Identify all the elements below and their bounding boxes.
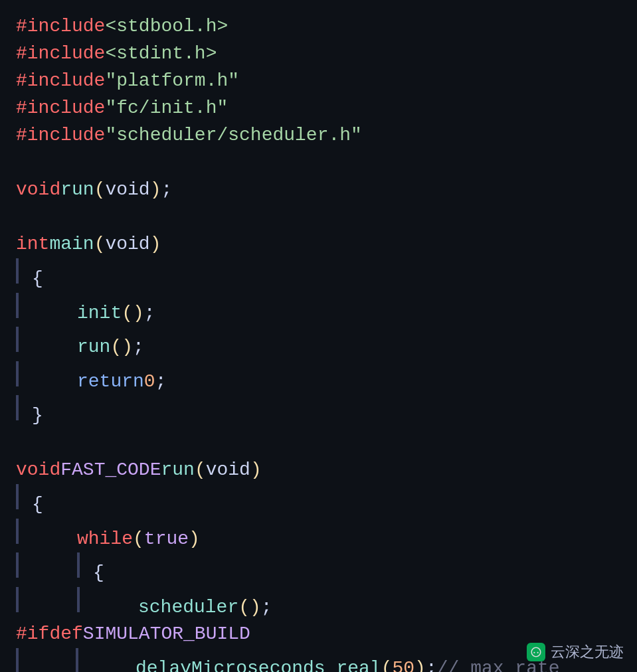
indent-bar-4	[16, 361, 19, 386]
indent-bar-8	[16, 552, 19, 578]
keyword-include-4: #include	[16, 95, 105, 122]
func-run-call: run	[77, 334, 110, 361]
indent-bar-6	[16, 484, 19, 509]
paren-delay-close: )	[414, 655, 426, 672]
code-line-10: {	[16, 258, 621, 293]
code-line-5: #include "scheduler/scheduler.h"	[16, 122, 621, 149]
code-line-3: #include "platform.h"	[16, 68, 621, 95]
brace-close-main: }	[32, 402, 43, 430]
code-line-14: }	[16, 395, 621, 430]
code-line-7: void run ( void ) ;	[16, 177, 621, 204]
indent-bar-3	[16, 327, 19, 352]
code-line-4: #include "fc/init.h"	[16, 95, 621, 122]
param-void-2: void	[105, 231, 149, 258]
paren-open-2: (	[94, 231, 106, 258]
code-line-12: run () ;	[16, 327, 621, 361]
semi-scheduler: ;	[261, 594, 272, 622]
code-line-13: return 0 ;	[16, 361, 621, 396]
keyword-int: int	[16, 231, 49, 258]
code-line-19: {	[16, 552, 621, 587]
indent-bar-inner-2	[77, 587, 80, 612]
func-scheduler: scheduler	[138, 594, 238, 622]
bool-true: true	[144, 526, 189, 553]
brace-open-while: {	[93, 560, 104, 587]
indent-bar-9	[16, 587, 19, 612]
indent-bar-5	[16, 395, 19, 420]
func-init: init	[77, 300, 122, 327]
indent-bar-7	[16, 519, 19, 544]
string-stdint: <stdint.h>	[105, 41, 217, 68]
code-line-15	[16, 430, 621, 457]
string-stdbool: <stdbool.h>	[105, 13, 228, 41]
keyword-void-2: void	[16, 457, 60, 484]
macro-fast-code: FAST_CODE	[60, 457, 161, 484]
keyword-include-5: #include	[16, 122, 105, 149]
keyword-return: return	[77, 369, 144, 396]
paren-while-close: )	[189, 526, 200, 553]
keyword-ifdef: #ifdef	[16, 621, 83, 648]
indent-bar-inner-1	[77, 552, 80, 578]
keyword-include-3: #include	[16, 68, 105, 95]
wechat-icon	[527, 643, 545, 661]
paren-init: ()	[122, 300, 144, 327]
param-void-1: void	[105, 177, 149, 204]
code-line-6	[16, 149, 621, 177]
num-zero: 0	[144, 369, 155, 396]
code-line-2: #include <stdint.h>	[16, 41, 621, 68]
brace-open-run: {	[32, 491, 43, 519]
semi-delay: ;	[426, 655, 437, 672]
keyword-while: while	[77, 526, 133, 553]
indent-bar-10	[16, 648, 19, 672]
code-editor: #include <stdbool.h> #include <stdint.h>…	[0, 0, 637, 672]
indent-bar-1	[16, 258, 19, 284]
paren-close-run: )	[250, 457, 262, 484]
string-fc-init: "fc/init.h"	[105, 95, 228, 122]
paren-scheduler: ()	[238, 594, 261, 622]
brace-open-main: {	[32, 266, 43, 293]
keyword-void-1: void	[16, 177, 60, 204]
indent-bar-inner-3	[76, 648, 78, 672]
code-line-17: {	[16, 484, 621, 519]
semicolon-1: ;	[161, 177, 172, 204]
func-delay: delayMicroseconds_real	[136, 655, 381, 672]
keyword-include: #include	[16, 13, 105, 41]
paren-while-open: (	[133, 526, 144, 553]
code-line-16: void FAST_CODE run ( void )	[16, 457, 621, 484]
paren-run-def: (	[195, 457, 206, 484]
keyword-include-2: #include	[16, 41, 105, 68]
paren-run: ()	[110, 334, 133, 361]
code-line-9: int main ( void )	[16, 231, 621, 258]
code-line-20: scheduler () ;	[16, 587, 621, 622]
func-main: main	[49, 231, 94, 258]
string-scheduler: "scheduler/scheduler.h"	[105, 122, 361, 149]
string-platform: "platform.h"	[105, 68, 239, 95]
code-line-11: init () ;	[16, 293, 621, 327]
watermark-text: 云深之无迹	[551, 641, 624, 663]
semi-return: ;	[155, 369, 167, 396]
code-line-1: #include <stdbool.h>	[16, 13, 621, 41]
macro-simulator: SIMULATOR_BUILD	[83, 621, 250, 648]
code-line-18: while ( true )	[16, 519, 621, 553]
param-void-3: void	[206, 457, 250, 484]
watermark: 云深之无迹	[527, 641, 624, 663]
paren-close-2: )	[150, 231, 161, 258]
paren-close-1: )	[150, 177, 161, 204]
semi-init: ;	[144, 300, 155, 327]
indent-bar-2	[16, 293, 19, 318]
paren-delay-open: (	[381, 655, 393, 672]
func-run-decl: run	[60, 177, 94, 204]
code-line-8	[16, 204, 621, 231]
num-fifty: 50	[392, 655, 414, 672]
semi-run: ;	[133, 334, 144, 361]
func-run-def: run	[161, 457, 194, 484]
paren-open-1: (	[94, 177, 106, 204]
